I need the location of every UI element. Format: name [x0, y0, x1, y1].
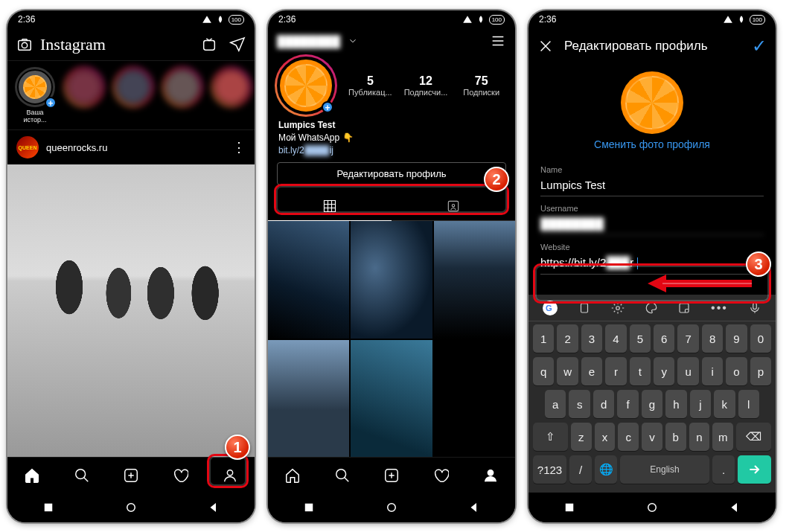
stickers-icon[interactable]	[677, 301, 691, 315]
post-image[interactable]	[7, 164, 255, 457]
nav-activity-icon[interactable]	[424, 462, 457, 489]
key-globe[interactable]: 🌐	[595, 455, 617, 484]
key-s[interactable]: s	[569, 390, 590, 418]
name-input[interactable]: Lumpics Test	[540, 177, 764, 196]
story-item[interactable]	[64, 67, 104, 124]
key-t[interactable]: t	[630, 357, 651, 385]
key-b[interactable]: b	[665, 423, 686, 451]
key-d[interactable]: d	[593, 390, 614, 418]
key-2[interactable]: 2	[557, 324, 578, 353]
sys-back-icon[interactable]	[467, 501, 481, 514]
key-z[interactable]: z	[571, 423, 592, 451]
key-a[interactable]: a	[545, 390, 566, 418]
sys-home-icon[interactable]	[124, 501, 138, 514]
your-story[interactable]: + Ваша истор...	[15, 67, 55, 124]
key-q[interactable]: q	[533, 357, 554, 385]
tab-tagged[interactable]	[392, 191, 515, 221]
key-v[interactable]: v	[642, 423, 662, 451]
key-i[interactable]: i	[702, 357, 723, 385]
stat-followers[interactable]: 12 Подписчи...	[398, 74, 454, 97]
more-icon[interactable]: •••	[711, 301, 728, 315]
key-k[interactable]: k	[714, 390, 735, 418]
sys-home-icon[interactable]	[385, 501, 398, 514]
key-w[interactable]: w	[557, 357, 578, 385]
key-0[interactable]: 0	[750, 324, 771, 353]
edit-avatar[interactable]	[621, 71, 683, 134]
story-item[interactable]	[162, 67, 202, 124]
key-u[interactable]: u	[677, 357, 698, 385]
grid-cell[interactable]	[434, 221, 515, 338]
post-username[interactable]: queenrocks.ru	[46, 142, 225, 153]
mic-icon[interactable]	[748, 301, 761, 315]
key-h[interactable]: h	[665, 390, 686, 418]
nav-activity-icon[interactable]	[164, 462, 197, 489]
profile-avatar[interactable]: +	[277, 57, 335, 115]
post-avatar[interactable]: QUEEN	[16, 136, 39, 158]
gear-icon[interactable]	[611, 301, 625, 315]
google-icon[interactable]: G	[543, 301, 558, 315]
nav-profile-icon[interactable]	[474, 462, 507, 489]
key-l[interactable]: l	[738, 390, 759, 418]
key-x[interactable]: x	[595, 423, 616, 451]
change-photo-link[interactable]: Сменить фото профиля	[528, 138, 776, 150]
key-dot[interactable]: .	[712, 455, 735, 484]
key-5[interactable]: 5	[630, 324, 651, 353]
nav-home-icon[interactable]	[16, 462, 48, 489]
key-backspace[interactable]: ⌫	[736, 423, 771, 451]
clipboard-icon[interactable]	[578, 301, 591, 315]
key-r[interactable]: r	[605, 357, 626, 385]
key-m[interactable]: m	[712, 423, 733, 451]
key-space[interactable]: English	[620, 455, 709, 484]
key-c[interactable]: c	[618, 423, 639, 451]
palette-icon[interactable]	[645, 301, 658, 315]
key-f[interactable]: f	[617, 390, 638, 418]
sys-recent-icon[interactable]	[302, 501, 316, 514]
nav-add-icon[interactable]	[115, 462, 147, 489]
tab-grid[interactable]	[268, 191, 392, 221]
nav-profile-icon[interactable]	[214, 462, 246, 489]
key-8[interactable]: 8	[702, 324, 723, 353]
igtv-icon[interactable]	[201, 36, 217, 53]
key-3[interactable]: 3	[581, 324, 602, 353]
confirm-icon[interactable]: ✓	[752, 36, 767, 57]
stat-following[interactable]: 75 Подписки	[453, 74, 509, 97]
key-j[interactable]: j	[690, 390, 711, 418]
username-input[interactable]: ████████	[540, 216, 764, 235]
sys-back-icon[interactable]	[207, 501, 220, 514]
close-icon[interactable]	[537, 38, 554, 54]
key-y[interactable]: y	[654, 357, 674, 385]
key-1[interactable]: 1	[533, 324, 554, 353]
key-o[interactable]: o	[726, 357, 747, 385]
key-9[interactable]: 9	[726, 324, 747, 353]
sys-back-icon[interactable]	[728, 501, 741, 514]
sys-recent-icon[interactable]	[42, 501, 55, 514]
edit-profile-button[interactable]: Редактировать профиль	[277, 162, 506, 185]
stories-tray[interactable]: + Ваша истор...	[7, 61, 255, 130]
menu-icon[interactable]	[490, 33, 506, 49]
key-g[interactable]: g	[642, 390, 662, 418]
key-shift[interactable]: ⇧	[533, 423, 568, 451]
key-6[interactable]: 6	[654, 324, 674, 353]
key-slash[interactable]: /	[569, 455, 592, 484]
key-enter[interactable]	[738, 455, 771, 484]
nav-add-icon[interactable]	[375, 462, 408, 489]
key-symbols[interactable]: ?123	[533, 455, 566, 484]
direct-icon[interactable]	[229, 36, 246, 53]
grid-cell[interactable]	[351, 340, 432, 457]
grid-cell[interactable]	[268, 221, 349, 338]
grid-cell[interactable]	[434, 340, 515, 457]
nav-search-icon[interactable]	[66, 462, 98, 489]
sys-home-icon[interactable]	[645, 501, 659, 514]
stat-posts[interactable]: 5 Публикац...	[342, 74, 398, 97]
story-item[interactable]	[113, 67, 153, 124]
key-4[interactable]: 4	[605, 324, 626, 353]
profile-username[interactable]: ████████	[277, 35, 340, 48]
grid-cell[interactable]	[351, 221, 432, 338]
nav-search-icon[interactable]	[326, 462, 359, 489]
website-input[interactable]: https://bit.ly/2███r	[540, 254, 764, 275]
bio-link[interactable]: bit.ly/2████ij	[278, 144, 505, 157]
key-n[interactable]: n	[689, 423, 710, 451]
nav-home-icon[interactable]	[276, 462, 309, 489]
grid-cell[interactable]	[268, 340, 349, 457]
camera-icon[interactable]	[16, 36, 33, 53]
